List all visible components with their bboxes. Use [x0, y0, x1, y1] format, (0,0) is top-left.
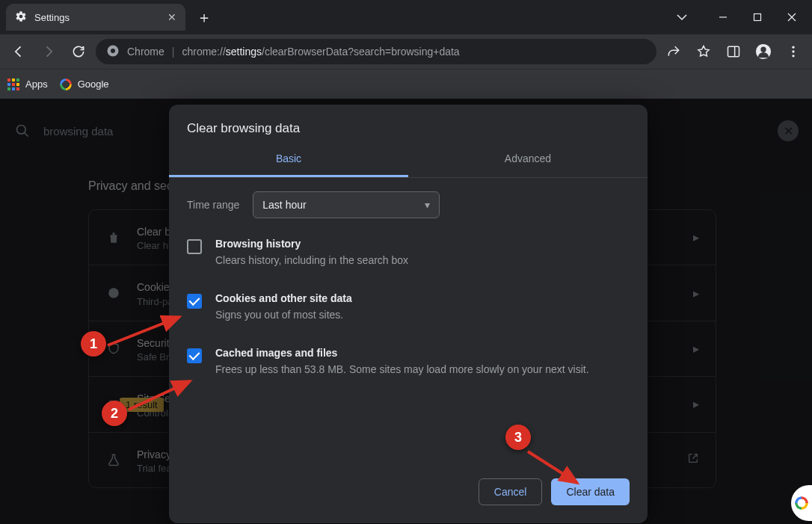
svg-point-11 [792, 50, 794, 52]
shield-icon [105, 342, 122, 355]
option-cache[interactable]: Cached images and files Frees up less th… [187, 335, 630, 389]
time-range-label: Time range [187, 199, 239, 211]
share-button[interactable] [661, 39, 686, 64]
side-panel-button[interactable] [721, 39, 746, 64]
chevron-down-icon: ▾ [425, 199, 430, 211]
bookmark-google[interactable]: Google [60, 78, 109, 90]
bookmark-label: Google [78, 78, 109, 90]
chevron-right-icon: ▸ [693, 397, 699, 411]
omnibox-separator: | [172, 46, 175, 58]
window-controls [671, 0, 812, 34]
forward-button[interactable] [36, 39, 61, 64]
open-external-icon [687, 452, 699, 467]
trash-icon [105, 231, 122, 244]
address-bar[interactable]: Chrome | chrome://settings/clearBrowserD… [96, 39, 656, 64]
time-range-dropdown[interactable]: Last hour ▾ [253, 191, 440, 218]
bookmark-apps[interactable]: Apps [7, 78, 48, 90]
search-result-badge: 1 result [120, 398, 164, 412]
window-minimize-button[interactable] [706, 5, 740, 29]
svg-line-14 [25, 133, 28, 137]
kebab-menu-button[interactable] [781, 39, 806, 64]
profile-avatar-button[interactable] [751, 39, 776, 64]
svg-rect-1 [754, 14, 761, 21]
checkbox-browsing-history[interactable] [187, 239, 202, 254]
cookie-icon [105, 286, 122, 300]
clear-data-button[interactable]: Clear data [551, 478, 630, 505]
search-icon [13, 122, 31, 140]
google-icon [60, 78, 72, 90]
option-browsing-history[interactable]: Browsing history Clears history, includi… [187, 226, 630, 280]
chevron-right-icon: ▸ [693, 286, 699, 300]
svg-point-12 [792, 55, 794, 57]
bookmark-label: Apps [25, 78, 48, 90]
omnibox-chip: Chrome [127, 46, 164, 58]
dropdown-value: Last hour [262, 199, 306, 211]
option-title: Cookies and other site data [215, 292, 352, 304]
dialog-body: Time range Last hour ▾ Browsing history … [169, 178, 648, 466]
option-desc: Clears history, including in the search … [215, 253, 408, 268]
time-range-row: Time range Last hour ▾ [187, 191, 630, 218]
chevron-right-icon: ▸ [693, 230, 699, 244]
chrome-logo-icon [106, 44, 120, 60]
omnibox-url: chrome://settings/clearBrowserData?searc… [182, 46, 459, 58]
checkbox-cache[interactable] [187, 348, 202, 363]
tab-title: Settings [34, 12, 70, 23]
window-maximize-button[interactable] [740, 5, 775, 29]
dialog-tabs: Basic Advanced [169, 142, 648, 178]
dialog-title: Clear browsing data [169, 105, 648, 142]
clear-search-button[interactable]: ✕ [778, 120, 799, 141]
svg-rect-6 [728, 46, 739, 56]
checkbox-cookies[interactable] [187, 294, 202, 309]
svg-point-15 [108, 288, 119, 298]
dialog-footer: Cancel Clear data [169, 466, 648, 523]
tab-basic[interactable]: Basic [169, 142, 408, 177]
option-desc: Frees up less than 53.8 MB. Some sites m… [215, 362, 589, 377]
tab-search-caret-icon[interactable] [671, 7, 692, 28]
url-path: /clearBrowserData?search=browsing+data [262, 46, 460, 58]
tab-settings[interactable]: Settings ✕ [6, 4, 185, 31]
window-close-button[interactable] [775, 5, 809, 29]
back-button[interactable] [6, 39, 31, 64]
url-scheme: chrome:// [182, 46, 225, 58]
option-cookies[interactable]: Cookies and other site data Signs you ou… [187, 280, 630, 335]
cancel-button[interactable]: Cancel [479, 478, 543, 505]
option-title: Browsing history [215, 238, 408, 250]
reload-button[interactable] [66, 39, 91, 64]
chevron-right-icon: ▸ [693, 342, 699, 356]
bookmark-star-button[interactable] [691, 39, 716, 64]
url-host: settings [226, 46, 262, 58]
option-desc: Signs you out of most sites. [215, 307, 352, 323]
tab-advanced[interactable]: Advanced [408, 142, 648, 177]
browser-toolbar: Chrome | chrome://settings/clearBrowserD… [0, 34, 812, 69]
clear-browsing-data-dialog: Clear browsing data Basic Advanced Time … [169, 105, 648, 523]
close-tab-icon[interactable]: ✕ [167, 11, 176, 23]
option-title: Cached images and files [215, 347, 589, 359]
gear-icon [15, 10, 27, 25]
apps-grid-icon [7, 78, 19, 90]
search-query: browsing data [43, 125, 113, 138]
svg-point-10 [792, 46, 794, 49]
slack-icon [795, 496, 808, 510]
svg-point-5 [111, 49, 115, 53]
svg-point-13 [17, 126, 26, 135]
flask-icon [105, 453, 122, 466]
bookmarks-bar: Apps Google [0, 69, 812, 99]
tab-strip: Settings ✕ ＋ [0, 0, 671, 34]
new-tab-button[interactable]: ＋ [193, 6, 215, 28]
window-titlebar: Settings ✕ ＋ [0, 0, 812, 34]
svg-point-9 [760, 47, 766, 52]
